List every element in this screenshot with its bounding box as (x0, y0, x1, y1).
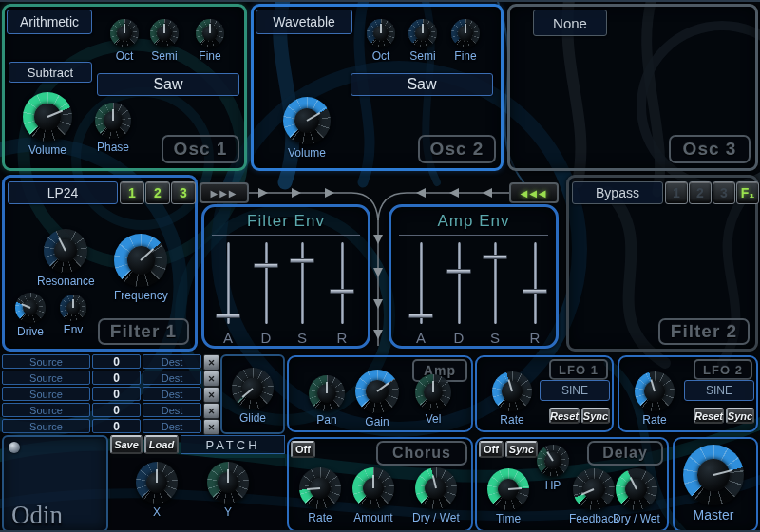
lfo2-sync-button[interactable]: Sync (726, 408, 754, 424)
filter-env-sustain-slider[interactable]: S (290, 242, 314, 324)
matrix-clear-button[interactable]: ✕ (203, 403, 219, 419)
filter2-badge: Filter 2 (658, 318, 750, 345)
amp-env-release-slider[interactable]: R (522, 242, 547, 324)
filter-env-decay-slider[interactable]: D (254, 242, 278, 324)
matrix-source-selector[interactable]: Source (2, 354, 90, 369)
filter2-osc3-button[interactable]: 3 (712, 181, 735, 204)
osc1-badge: Osc 1 (162, 135, 239, 163)
matrix-amount-field[interactable]: 0 (92, 419, 141, 433)
filter-env-panel: Filter Env A D S R (201, 204, 370, 349)
filter2-osc2-button[interactable]: 2 (689, 181, 712, 204)
filter1-osc1-button[interactable]: 1 (120, 181, 144, 204)
master-volume-knob[interactable]: Master (683, 445, 744, 522)
osc1-phase-knob[interactable]: Phase (95, 103, 131, 154)
delay-time-knob[interactable]: Time (487, 468, 529, 525)
filter2-f1-button[interactable]: F₁ (736, 181, 759, 204)
filter1-resonance-knob[interactable]: Resonance (37, 229, 95, 288)
osc1-oct-knob[interactable]: Oct (110, 19, 139, 63)
filter2-osc1-button[interactable]: 1 (665, 181, 688, 204)
lfo2-reset-button[interactable]: Reset (694, 408, 724, 424)
matrix-amount-field[interactable]: 0 (92, 370, 141, 385)
delay-sync-button[interactable]: Sync (505, 441, 538, 458)
matrix-source-selector[interactable]: Source (2, 387, 90, 401)
matrix-dest-selector[interactable]: Dest (142, 354, 201, 369)
filter1-osc2-button[interactable]: 2 (145, 181, 170, 204)
filter-env-attack-slider[interactable]: A (216, 242, 240, 324)
delay-hp-knob[interactable]: HP (537, 445, 569, 492)
matrix-dest-selector[interactable]: Dest (142, 419, 201, 433)
amp-env-attack-slider[interactable]: A (408, 242, 433, 324)
matrix-amount-field[interactable]: 0 (92, 403, 141, 417)
lfo2-wave-selector[interactable]: SINE (684, 380, 754, 401)
delay-off-button[interactable]: Off (479, 441, 504, 458)
patch-name-display[interactable]: PATCH (180, 435, 285, 454)
lfo1-reset-button[interactable]: Reset (549, 408, 580, 424)
filter1-frequency-knob[interactable]: Frequency (114, 234, 168, 302)
filter1-type-selector[interactable]: LP24 (8, 181, 118, 204)
amp-env-sustain-slider[interactable]: S (483, 242, 507, 324)
glide-knob[interactable]: Glide (232, 368, 274, 425)
chorus-amount-knob[interactable]: Amount (352, 467, 394, 524)
amp-gain-knob[interactable]: Gain (355, 370, 399, 428)
matrix-clear-button[interactable]: ✕ (203, 354, 219, 370)
matrix-dest-selector[interactable]: Dest (142, 370, 201, 385)
chorus-drywet-knob[interactable]: Dry / Wet (412, 467, 460, 524)
matrix-source-selector[interactable]: Source (2, 403, 90, 417)
patch-save-button[interactable]: Save (110, 435, 142, 454)
delay-feedback-knob[interactable]: Feedback (569, 468, 619, 525)
osc1-fine-knob[interactable]: Fine (196, 19, 224, 63)
osc2-badge: Osc 2 (418, 135, 496, 163)
osc3-panel: None Osc 3 (507, 4, 758, 171)
delay-drywet-knob[interactable]: Dry / Wet (613, 468, 660, 525)
matrix-dest-selector[interactable]: Dest (142, 403, 201, 417)
matrix-amount-field[interactable]: 0 (92, 354, 141, 369)
xy-x-knob[interactable]: X (136, 462, 178, 519)
osc1-semi-knob[interactable]: Semi (150, 19, 179, 63)
matrix-source-selector[interactable]: Source (2, 370, 90, 385)
matrix-amount-field[interactable]: 0 (92, 387, 141, 401)
osc2-type-selector[interactable]: Wavetable (256, 10, 352, 34)
lfo1-wave-selector[interactable]: SINE (540, 380, 610, 401)
filter2-type-selector[interactable]: Bypass (572, 181, 663, 204)
osc1-wave-selector[interactable]: Saw (97, 73, 239, 96)
filter1-env-knob[interactable]: Env (60, 294, 86, 336)
filter-env-title: Filter Env (204, 212, 368, 231)
amp-vel-knob[interactable]: Vel (415, 374, 451, 426)
matrix-source-selector[interactable]: Source (2, 419, 90, 433)
env-back-button[interactable]: ◀◀◀ (509, 182, 559, 203)
osc2-volume-knob[interactable]: Volume (283, 97, 331, 160)
lfo1-rate-knob[interactable]: Rate (492, 371, 532, 427)
xy-section: X Y (110, 458, 285, 532)
lfo2-rate-knob[interactable]: Rate (635, 371, 674, 427)
amp-env-decay-slider[interactable]: D (446, 242, 471, 324)
chorus-rate-knob[interactable]: Rate (299, 467, 341, 524)
chorus-off-button[interactable]: Off (291, 441, 315, 458)
osc1-volume-knob[interactable]: Volume (23, 92, 72, 157)
filter1-badge: Filter 1 (98, 318, 189, 345)
matrix-dest-selector[interactable]: Dest (142, 387, 201, 401)
osc1-type-selector[interactable]: Arithmetic (7, 10, 92, 34)
amp-panel: Amp Pan Gain Vel (287, 355, 473, 432)
osc1-panel: Arithmetic Oct Semi Fine Subtract Saw Vo… (2, 4, 247, 171)
osc2-wave-selector[interactable]: Saw (351, 73, 493, 96)
lfo1-panel: LFO 1 Rate SINE Reset Sync (475, 355, 614, 432)
osc1-modifier-selector[interactable]: Subtract (9, 62, 92, 83)
xy-y-knob[interactable]: Y (207, 462, 249, 519)
matrix-clear-button[interactable]: ✕ (203, 387, 219, 403)
matrix-clear-button[interactable]: ✕ (203, 370, 219, 387)
status-led (9, 442, 20, 453)
osc3-type-selector[interactable]: None (533, 10, 607, 36)
patch-load-button[interactable]: Load (144, 435, 179, 454)
filter-env-release-slider[interactable]: R (330, 242, 354, 324)
osc2-fine-knob[interactable]: Fine (451, 19, 480, 63)
filter1-drive-knob[interactable]: Drive (15, 293, 46, 338)
amp-env-divider (399, 235, 548, 236)
env-forward-button[interactable]: ▶▶▶ (200, 182, 249, 203)
amp-pan-knob[interactable]: Pan (309, 375, 345, 427)
matrix-clear-button[interactable]: ✕ (203, 419, 219, 435)
filter1-osc3-button[interactable]: 3 (171, 181, 196, 204)
lfo1-sync-button[interactable]: Sync (581, 408, 610, 424)
osc2-oct-knob[interactable]: Oct (367, 19, 395, 63)
osc2-semi-knob[interactable]: Semi (408, 19, 437, 63)
delay-panel: Off Sync Delay Time HP Feedback Dry / We… (475, 437, 669, 532)
